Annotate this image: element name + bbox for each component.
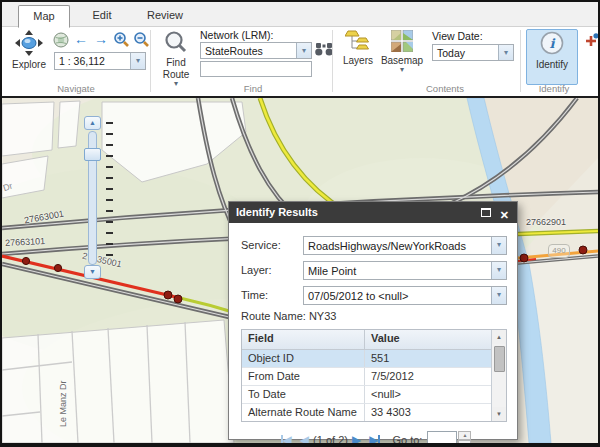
view-date-label: View Date: — [432, 30, 483, 42]
forward-arrow-icon: → — [94, 31, 108, 47]
explore-button[interactable]: Explore — [6, 29, 52, 85]
layers-button[interactable]: Layers — [338, 29, 378, 85]
identify-group-label: Identify — [539, 83, 570, 94]
value-cell: 551 — [364, 350, 493, 367]
basemap-button[interactable]: Basemap ▾ — [380, 29, 424, 91]
zoom-in-button[interactable] — [112, 31, 130, 48]
spinner-up-icon[interactable]: ▲ — [458, 431, 471, 440]
slider-zoom-out-button[interactable]: ▼ — [84, 265, 101, 279]
next-page-button[interactable]: ▶ — [352, 433, 361, 444]
dialog-title-bar[interactable]: Identify Results ✕ — [229, 202, 517, 223]
app-window: Map Edit Review Explore — [0, 0, 600, 447]
route-name-value: NY33 — [309, 310, 337, 322]
chevron-down-icon: ▾ — [174, 80, 178, 87]
zoom-out-button[interactable] — [132, 31, 150, 48]
tab-review[interactable]: Review — [134, 5, 196, 27]
find-route-label-line1: Find — [166, 58, 185, 68]
find-group-label: Find — [244, 83, 262, 94]
field-column-header[interactable]: Field — [242, 330, 364, 349]
route-name-label: Route Name: — [241, 310, 306, 322]
chevron-down-icon: ▾ — [497, 265, 501, 274]
pagination-bar: ◀ ◀ (1 of 2) ▶ ▶ Go to: ▲ ▼ — [241, 431, 507, 443]
service-dropdown-button[interactable]: ▾ — [491, 237, 506, 254]
service-label: Service: — [241, 236, 303, 255]
table-row[interactable]: Alternate Route Name 33 4303 — [242, 404, 493, 422]
dialog-title: Identify Results — [236, 206, 318, 218]
dialog-body: Service: RoadsHighways/NewYorkRoads ▾ La… — [241, 228, 507, 443]
zoom-slider-handle[interactable] — [84, 148, 101, 161]
service-combo[interactable]: RoadsHighways/NewYorkRoads ▾ — [303, 236, 507, 255]
find-route-button[interactable]: Find Route ▾ — [154, 29, 198, 89]
scroll-up-icon[interactable]: ▲ — [492, 330, 506, 344]
network-combo[interactable]: StateRoutes ▾ — [200, 42, 312, 59]
value-column-header[interactable]: Value — [364, 330, 493, 349]
table-row[interactable]: From Date 7/5/2012 — [242, 368, 493, 386]
scale-tick-marks — [106, 122, 113, 264]
field-cell: Alternate Route Name — [242, 404, 364, 421]
triangle-left-icon: ◀ — [283, 433, 292, 444]
street-grid — [2, 320, 234, 443]
contents-group-label: Contents — [426, 83, 464, 94]
triangle-up-icon: ▲ — [89, 119, 96, 126]
network-lrm-label: Network (LRM): — [200, 29, 274, 41]
identify-results-dialog: Identify Results ✕ Service: RoadsHighway… — [228, 201, 518, 440]
find-button[interactable] — [315, 41, 333, 58]
first-page-button[interactable]: ◀ — [281, 433, 292, 444]
time-label: Time: — [241, 286, 303, 305]
table-header-row: Field Value — [242, 330, 493, 350]
layer-label: Layer: — [241, 261, 303, 280]
navigate-group-label: Navigate — [57, 83, 95, 94]
explore-pan-icon — [15, 30, 43, 58]
page-indicator: (1 of 2) — [313, 434, 348, 444]
network-dropdown-button[interactable]: ▾ — [296, 43, 311, 58]
back-extent-button[interactable]: ← — [72, 30, 90, 47]
last-page-button[interactable]: ▶ — [369, 433, 380, 444]
table-row[interactable]: Object ID 551 — [242, 350, 493, 368]
route-name-row: Route Name: NY33 — [241, 310, 507, 322]
goto-page-input[interactable] — [427, 431, 457, 443]
view-date-dropdown-button[interactable]: ▾ — [498, 45, 513, 60]
identify-route-tool-button[interactable] — [582, 32, 600, 49]
group-separator — [520, 30, 521, 92]
tab-map[interactable]: Map — [18, 5, 70, 28]
scale-dropdown-button[interactable]: ▾ — [130, 53, 145, 69]
basemap-icon — [391, 30, 413, 54]
chevron-down-icon: ▾ — [497, 240, 501, 249]
group-separator — [332, 30, 333, 92]
spinner-down-icon[interactable]: ▼ — [458, 440, 471, 443]
full-extent-globe-button[interactable] — [52, 31, 70, 48]
explore-label: Explore — [12, 60, 46, 70]
slider-zoom-in-button[interactable]: ▲ — [84, 116, 101, 130]
tab-edit[interactable]: Edit — [76, 5, 128, 27]
scrollbar-thumb[interactable] — [494, 346, 505, 372]
value-cell: <null> — [364, 386, 493, 403]
time-combo[interactable]: 07/05/2012 to <null> ▾ — [303, 286, 507, 305]
time-value: 07/05/2012 to <null> — [304, 287, 491, 304]
previous-page-button[interactable]: ◀ — [300, 433, 309, 444]
table-scrollbar[interactable]: ▲ ▼ — [491, 330, 506, 421]
scale-combo[interactable]: 1 : 36,112 ▾ — [54, 52, 146, 70]
map-view[interactable]: 27663001 27663101 27135001 27662901 Le M… — [2, 96, 598, 443]
forward-extent-button[interactable]: → — [92, 30, 110, 47]
time-dropdown-button[interactable]: ▾ — [491, 287, 506, 304]
close-icon[interactable]: ✕ — [500, 205, 509, 226]
identify-button[interactable]: i Identify — [526, 29, 578, 85]
layer-combo[interactable]: Mile Point ▾ — [303, 261, 507, 280]
goto-label: Go to: — [392, 434, 422, 444]
field-cell: To Date — [242, 386, 364, 403]
layer-value: Mile Point — [304, 262, 491, 279]
maximize-icon[interactable] — [481, 208, 491, 217]
goto-spinner[interactable]: ▲ ▼ — [458, 431, 471, 443]
view-date-combo[interactable]: Today ▾ — [432, 44, 514, 61]
table-row[interactable]: To Date <null> — [242, 386, 493, 404]
find-route-input[interactable] — [200, 61, 312, 77]
road-label: 27663101 — [5, 236, 46, 248]
chevron-down-icon: ▾ — [497, 290, 501, 299]
view-date-value: Today — [433, 45, 498, 60]
scroll-down-icon[interactable]: ▼ — [492, 407, 506, 421]
road-label: 27662901 — [526, 217, 566, 227]
ribbon-tabstrip: Map Edit Review — [2, 2, 598, 27]
layer-dropdown-button[interactable]: ▾ — [491, 262, 506, 279]
triangle-left-icon: ◀ — [300, 433, 309, 444]
globe-icon — [53, 32, 69, 48]
